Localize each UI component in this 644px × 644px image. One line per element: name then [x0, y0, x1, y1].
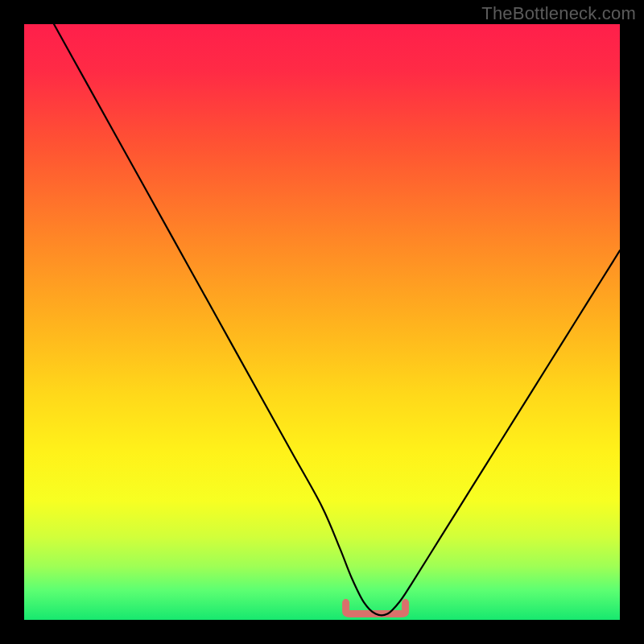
- chart-frame: TheBottleneck.com: [0, 0, 644, 644]
- bottleneck-chart: [0, 0, 644, 644]
- watermark-text: TheBottleneck.com: [481, 3, 636, 24]
- plot-background: [24, 24, 620, 620]
